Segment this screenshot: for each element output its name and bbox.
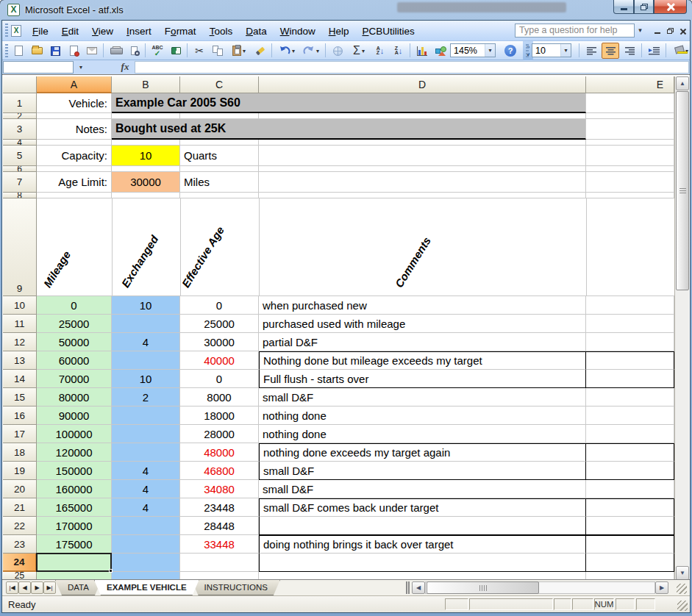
cell-D13[interactable]: Nothing done but mileage exceeds my targ… — [259, 351, 586, 370]
cell-E18[interactable] — [586, 443, 674, 462]
sort-ascending-button[interactable]: AZ↓ — [371, 43, 389, 59]
cell-E6[interactable] — [586, 166, 674, 172]
cell-D21[interactable]: small D&F comes back under target — [259, 498, 586, 517]
align-left-button[interactable] — [582, 43, 600, 59]
cell-A24[interactable] — [37, 554, 112, 572]
cell-B7[interactable]: 30000 — [112, 172, 180, 193]
menu-file[interactable]: File — [26, 23, 55, 40]
cell-B24[interactable] — [112, 554, 180, 572]
vertical-scrollbar[interactable]: ▲▼ — [674, 76, 689, 579]
sheet-tab-example-vehicle[interactable]: EXAMPLE VEHICLE — [94, 580, 199, 595]
cell-A7[interactable]: Age Limit: — [37, 172, 112, 193]
formula-input[interactable] — [135, 61, 689, 74]
close-button[interactable] — [654, 0, 687, 14]
cell-D19[interactable]: small D&F — [259, 462, 586, 480]
cell-D11[interactable]: purchased used with mileage — [259, 315, 586, 333]
cell-C19[interactable]: 46800 — [180, 462, 259, 480]
cell-E14[interactable] — [586, 370, 674, 388]
cell-B2[interactable] — [112, 113, 180, 119]
cell-B15[interactable]: 2 — [112, 388, 180, 407]
cell-E2[interactable] — [586, 113, 674, 119]
next-sheet-button[interactable]: ▶ — [31, 581, 43, 594]
cell-D5[interactable] — [259, 146, 586, 166]
column-header-E[interactable]: E — [586, 76, 674, 93]
cell-A12[interactable]: 50000 — [37, 333, 112, 351]
insert-function-button[interactable]: fx — [118, 61, 132, 74]
cell-E20[interactable] — [586, 480, 674, 498]
cell-E13[interactable] — [586, 351, 674, 370]
column-header-B[interactable]: B — [112, 76, 180, 93]
cell-E10[interactable] — [586, 296, 674, 315]
cell-A6[interactable] — [37, 166, 112, 172]
cell-E22[interactable] — [586, 517, 674, 535]
spelling-button[interactable]: ABC✓ — [149, 43, 166, 59]
workbook-restore-button[interactable] — [664, 26, 676, 36]
cell-C6[interactable] — [180, 166, 259, 172]
open-button[interactable] — [28, 43, 46, 59]
row-header-1[interactable]: 1 — [3, 93, 37, 113]
cell-D24[interactable] — [259, 554, 586, 572]
cell-C5[interactable]: Quarts — [180, 146, 259, 166]
format-painter-button[interactable] — [252, 43, 269, 59]
cell-D23[interactable]: doing nothing brings it back over target — [259, 535, 586, 554]
cell-B5[interactable]: 10 — [112, 146, 180, 166]
cell-C25[interactable] — [180, 572, 259, 579]
workbook-close-button[interactable] — [677, 26, 688, 36]
menu-tools[interactable]: Tools — [203, 23, 240, 40]
dropdown-arrow-icon[interactable]: ▾ — [316, 48, 319, 54]
help-question-dropdown-icon[interactable]: ▾ — [635, 24, 646, 37]
row-header-6[interactable]: 6 — [3, 166, 37, 172]
cell-C18[interactable]: 48000 — [180, 443, 259, 462]
zoom-dropdown-icon[interactable]: ▾ — [485, 44, 495, 57]
cell-E21[interactable] — [586, 498, 674, 517]
last-sheet-button[interactable]: ▶| — [43, 581, 56, 594]
menubar-grip[interactable] — [5, 24, 8, 37]
row-header-11[interactable]: 11 — [3, 315, 37, 333]
row-header-22[interactable]: 22 — [3, 517, 37, 535]
cell-C17[interactable]: 28000 — [180, 425, 259, 443]
cell-C7[interactable]: Miles — [180, 172, 259, 193]
row-header-15[interactable]: 15 — [3, 388, 37, 407]
help-button[interactable]: ? — [502, 43, 519, 59]
cut-button[interactable]: ✂ — [190, 43, 208, 59]
row-header-7[interactable]: 7 — [3, 172, 37, 193]
print-preview-button[interactable] — [125, 43, 143, 59]
research-button[interactable] — [167, 43, 185, 59]
menu-format[interactable]: Format — [158, 23, 203, 40]
row-header-20[interactable]: 20 — [3, 480, 37, 498]
cell-A22[interactable]: 170000 — [37, 517, 112, 535]
cell-B13[interactable] — [112, 351, 180, 370]
cell-B19[interactable]: 4 — [112, 462, 180, 480]
cell-A20[interactable]: 160000 — [37, 480, 112, 498]
cell-A15[interactable]: 80000 — [37, 388, 112, 407]
cell-A5[interactable]: Capacity: — [37, 146, 112, 166]
cell-B4[interactable] — [112, 140, 180, 146]
cell-B6[interactable] — [112, 166, 180, 172]
cell-A1[interactable]: Vehicle: — [37, 93, 112, 113]
formatting-toolbar-grip[interactable] — [526, 44, 529, 57]
align-center-button[interactable] — [602, 43, 619, 59]
cell-D20[interactable]: small D&F — [259, 480, 586, 498]
first-sheet-button[interactable]: |◀ — [6, 581, 18, 594]
undo-button[interactable]: ▾ — [275, 43, 299, 59]
cell-C14[interactable]: 0 — [180, 370, 259, 388]
cell-B16[interactable] — [112, 407, 180, 425]
row-header-13[interactable]: 13 — [3, 351, 37, 370]
row-header-3[interactable]: 3 — [3, 119, 37, 140]
menu-pcbutilities[interactable]: PCBUtilities — [355, 23, 421, 40]
dropdown-arrow-icon[interactable]: ▾ — [362, 48, 365, 54]
drawing-button[interactable] — [432, 43, 449, 59]
select-all-corner[interactable] — [3, 76, 37, 93]
increase-indent-button[interactable] — [645, 43, 663, 59]
menu-insert[interactable]: Insert — [120, 23, 158, 40]
cell-B22[interactable] — [112, 517, 180, 535]
cell-B8[interactable] — [112, 193, 180, 198]
column-header-A[interactable]: A — [37, 76, 112, 93]
row-header-25[interactable]: 25 — [3, 572, 37, 579]
row-header-10[interactable]: 10 — [3, 296, 37, 315]
cell-B18[interactable] — [112, 443, 180, 462]
cell-A4[interactable] — [37, 140, 112, 146]
row-header-19[interactable]: 19 — [3, 462, 37, 480]
cell-D22[interactable] — [259, 517, 586, 535]
cell-C21[interactable]: 23448 — [180, 498, 259, 517]
